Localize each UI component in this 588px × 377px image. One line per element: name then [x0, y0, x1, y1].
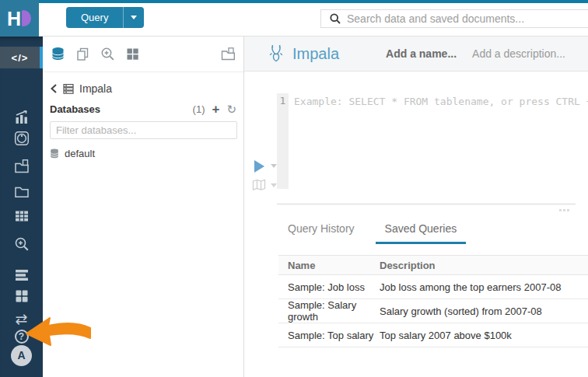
- refresh-icon[interactable]: ↻: [226, 104, 236, 115]
- nav-apps[interactable]: [0, 285, 43, 307]
- nav-dashboards[interactable]: [0, 106, 43, 128]
- table-grid-icon: [14, 208, 30, 224]
- table-row[interactable]: Sample: Salary growth Salary growth (sor…: [278, 299, 588, 323]
- editor-body: 1 Example: SELECT * FROM tablename, or p…: [244, 72, 588, 376]
- transfer-arrows-icon: ⇄: [16, 310, 28, 327]
- table-row[interactable]: Sample: Job loss Job loss among the top …: [278, 275, 588, 299]
- search-plus-icon[interactable]: [100, 47, 115, 61]
- databases-source-icon[interactable]: [51, 47, 65, 61]
- scheduler-icon: [14, 131, 30, 146]
- user-avatar: A: [11, 345, 32, 366]
- column-header-name: Name: [278, 260, 380, 271]
- execute-button[interactable]: [254, 160, 264, 173]
- search-icon: [330, 13, 341, 24]
- folder-document-icon[interactable]: [220, 47, 236, 61]
- assist-toolbar: [43, 37, 243, 72]
- apps-grid-icon: [14, 288, 30, 304]
- line-number: 1: [280, 95, 286, 106]
- cell-name: Sample: Job loss: [278, 281, 380, 293]
- hue-logo[interactable]: H: [0, 0, 39, 37]
- documents-copy-icon[interactable]: [75, 47, 90, 61]
- global-search[interactable]: [320, 9, 588, 28]
- panel-splitter[interactable]: [277, 204, 576, 204]
- cell-name: Sample: Salary growth: [278, 299, 380, 323]
- map-icon[interactable]: [252, 179, 266, 191]
- add-database-icon[interactable]: +: [212, 104, 219, 115]
- cell-description: Salary growth (sorted) from 2007-08: [380, 305, 588, 317]
- query-button-label: Query: [66, 12, 123, 23]
- tab-query-history[interactable]: Query History: [288, 222, 355, 244]
- search-input[interactable]: [347, 12, 588, 25]
- help-icon: ?: [15, 330, 29, 344]
- top-accent-bar: [0, 0, 588, 3]
- hue-logo-mark: H: [7, 7, 32, 30]
- editor-area: Impala Add a name... Add a description..…: [244, 37, 588, 377]
- database-list-item[interactable]: default: [43, 139, 243, 159]
- nav-user-menu[interactable]: A: [0, 344, 43, 366]
- nav-editor[interactable]: </>: [0, 47, 43, 68]
- assist-source-label: Impala: [79, 82, 112, 95]
- database-icon: [50, 148, 59, 159]
- search-plus-icon: [14, 236, 30, 252]
- nav-files[interactable]: [0, 181, 43, 203]
- column-header-description: Description: [380, 260, 588, 271]
- hue-app-window: H Query </>: [0, 0, 588, 377]
- filter-databases-input[interactable]: [50, 121, 237, 139]
- database-name: default: [65, 148, 95, 159]
- execute-options-caret[interactable]: [271, 164, 277, 168]
- hue-logo-letter: H: [7, 8, 21, 30]
- caret-down-icon: [131, 16, 137, 19]
- jobs-icon: [14, 267, 30, 283]
- engine-title[interactable]: Impala: [292, 45, 339, 63]
- document-folder-icon: [14, 159, 30, 174]
- query-name-field[interactable]: Add a name...: [386, 47, 457, 60]
- assist-source-row[interactable]: Impala: [43, 72, 243, 95]
- impala-logo-icon: [268, 44, 285, 65]
- cell-name: Sample: Top salary: [278, 330, 380, 341]
- resize-handle-icon[interactable]: [559, 209, 569, 211]
- folder-icon: [14, 184, 30, 200]
- server-stack-icon: [62, 82, 75, 95]
- apps-grid-icon[interactable]: [125, 47, 140, 61]
- hue-logo-gecko: [22, 10, 31, 26]
- chevron-left-icon: [50, 84, 58, 93]
- code-editor[interactable]: Example: SELECT * FROM tablename, or pre…: [294, 96, 588, 107]
- map-options-caret[interactable]: [271, 183, 277, 187]
- table-row[interactable]: Sample: Top salary Top salary 2007 above…: [278, 323, 588, 347]
- saved-queries-table: Name Description Sample: Job loss Job lo…: [278, 255, 588, 347]
- cell-description: Top salary 2007 above $100k: [380, 330, 588, 341]
- query-description-field[interactable]: Add a description...: [472, 47, 565, 60]
- nav-jobs[interactable]: [0, 264, 43, 286]
- left-nav: </>: [0, 37, 43, 377]
- nav-indexes[interactable]: [0, 233, 43, 255]
- query-button[interactable]: Query: [66, 7, 144, 28]
- assist-panel: Impala Databases (1) + ↻ default: [43, 37, 244, 377]
- editor-header: Impala Add a name... Add a description..…: [244, 37, 588, 72]
- databases-header-row: Databases (1) + ↻: [43, 95, 243, 115]
- databases-label: Databases: [50, 103, 193, 115]
- nav-scheduler[interactable]: [0, 127, 43, 149]
- results-tabs: Query History Saved Queries: [288, 222, 466, 244]
- cell-description: Job loss among the top earners 2007-08: [380, 281, 588, 293]
- code-icon: </>: [12, 52, 29, 64]
- nav-tables[interactable]: [0, 205, 43, 227]
- line-number-gutter: 1: [277, 93, 289, 189]
- tab-saved-queries[interactable]: Saved Queries: [376, 222, 467, 244]
- query-dropdown-toggle[interactable]: [123, 7, 144, 28]
- databases-count: (1): [193, 103, 205, 115]
- chart-icon: [14, 110, 30, 125]
- nav-documents[interactable]: [0, 155, 43, 177]
- table-header: Name Description: [278, 255, 588, 275]
